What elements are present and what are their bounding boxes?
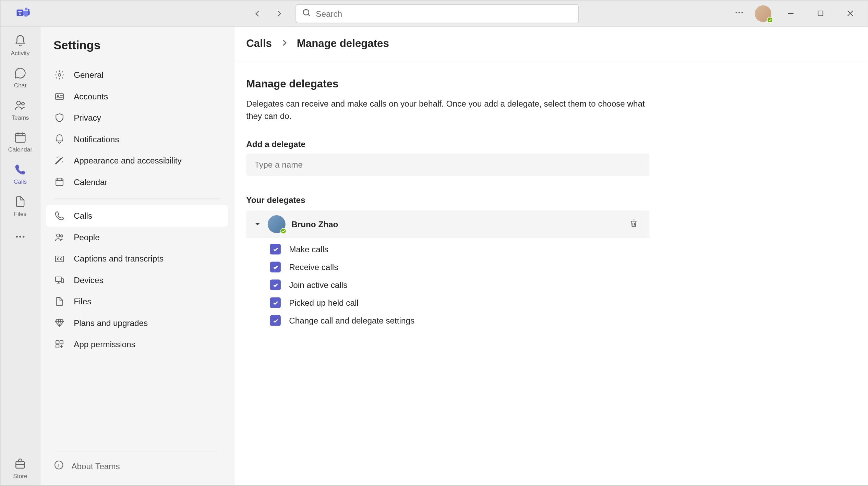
svg-point-16 [23,236,24,238]
forward-button[interactable] [270,5,287,22]
rail-item-label: Calendar [8,146,32,153]
checkbox-checked-icon[interactable] [270,244,281,254]
permission-label: Receive calls [289,262,338,272]
settings-item-label: Captions and transcripts [74,254,164,264]
teams-logo-icon: T [16,5,31,22]
bell-icon [53,133,65,145]
info-icon [53,460,64,472]
your-delegates-label: Your delegates [246,195,651,205]
apps-icon [53,338,65,350]
chevron-right-icon [280,37,288,50]
chevron-down-icon[interactable] [255,219,262,229]
permission-join-active[interactable]: Join active calls [270,279,650,290]
file-icon [13,194,27,209]
maximize-button[interactable] [809,5,831,22]
settings-item-privacy[interactable]: Privacy [46,107,228,128]
settings-sidebar: Settings General Accounts Privacy [40,27,234,485]
svg-rect-25 [56,277,61,281]
svg-point-2 [28,9,30,11]
user-avatar[interactable] [755,5,772,22]
minimize-button[interactable] [780,5,801,22]
breadcrumb-parent[interactable]: Calls [246,37,272,50]
settings-item-label: People [74,232,100,242]
permission-make-calls[interactable]: Make calls [270,244,650,254]
breadcrumb: Calls Manage delegates [234,27,868,61]
settings-item-calls[interactable]: Calls [46,205,228,227]
settings-item-label: Accounts [74,92,108,101]
svg-rect-17 [16,462,24,468]
delegate-header[interactable]: Bruno Zhao [246,210,649,238]
checkbox-checked-icon[interactable] [270,297,281,308]
rail-item-label: Store [13,473,27,479]
settings-item-people[interactable]: People [46,227,228,248]
settings-item-label: Files [74,297,91,306]
svg-text:T: T [18,10,22,16]
rail-item-activity[interactable]: Activity [2,30,37,62]
settings-item-label: Calendar [74,177,108,187]
rail-item-label: Chat [14,82,27,88]
settings-item-general[interactable]: General [46,64,228,85]
add-delegate-input[interactable] [246,154,649,176]
calendar-icon [53,176,65,188]
settings-item-captions[interactable]: Captions and transcripts [46,248,228,269]
close-button[interactable] [839,5,860,22]
back-button[interactable] [249,5,266,22]
rail-item-label: Calls [14,179,27,185]
checkbox-checked-icon[interactable] [270,279,281,290]
permission-held-call[interactable]: Picked up held call [270,297,650,308]
settings-item-calendar[interactable]: Calendar [46,171,228,193]
permission-change-settings[interactable]: Change call and delegate settings [270,315,650,326]
rail-item-store[interactable]: Store [2,453,37,485]
store-icon [13,457,27,471]
svg-rect-28 [60,341,63,344]
settings-item-files[interactable]: Files [46,291,228,312]
svg-point-5 [736,12,737,13]
settings-item-devices[interactable]: Devices [46,269,228,291]
checkbox-checked-icon[interactable] [270,315,281,326]
phone-icon [53,210,65,222]
checkbox-checked-icon[interactable] [270,262,281,272]
svg-point-15 [19,236,21,238]
search-input-container[interactable] [296,4,579,23]
rail-item-label: Activity [11,50,30,57]
rail-more-button[interactable] [15,223,25,252]
permission-label: Make calls [289,244,328,254]
app-rail: Activity Chat Teams Calendar Calls Files [1,27,40,485]
settings-item-accounts[interactable]: Accounts [46,86,228,107]
about-teams-link[interactable]: About Teams [53,460,221,472]
settings-item-notifications[interactable]: Notifications [46,129,228,150]
permission-label: Picked up held call [289,298,359,307]
svg-rect-19 [56,94,63,99]
more-options-button[interactable] [732,5,747,22]
settings-item-label: App permissions [74,340,135,349]
settings-item-appearance[interactable]: Appearance and accessibility [46,150,228,171]
rail-item-teams[interactable]: Teams [2,95,37,127]
phone-icon [13,162,27,177]
breadcrumb-current: Manage delegates [297,37,389,50]
rail-item-calls[interactable]: Calls [2,159,37,191]
devices-icon [53,274,65,286]
search-icon [302,8,311,19]
rail-item-calendar[interactable]: Calendar [2,127,37,159]
search-input[interactable] [316,9,572,18]
rail-item-chat[interactable]: Chat [2,62,37,95]
svg-point-32 [281,229,286,233]
rail-item-files[interactable]: Files [2,191,37,223]
people-icon [53,231,65,243]
people-icon [13,98,27,112]
svg-rect-27 [56,341,59,344]
rail-item-label: Files [14,210,27,217]
settings-item-label: Plans and upgrades [74,318,148,328]
settings-item-label: Appearance and accessibility [74,156,182,166]
delete-delegate-button[interactable] [626,216,641,233]
shield-icon [53,112,65,124]
svg-point-18 [58,74,61,76]
settings-item-app-permissions[interactable]: App permissions [46,333,228,355]
permission-receive-calls[interactable]: Receive calls [270,262,650,272]
permission-label: Change call and delegate settings [289,316,414,325]
wand-icon [53,155,65,167]
calendar-icon [13,130,27,145]
svg-rect-26 [61,279,64,283]
settings-item-plans[interactable]: Plans and upgrades [46,312,228,333]
delegate-avatar [268,215,286,233]
